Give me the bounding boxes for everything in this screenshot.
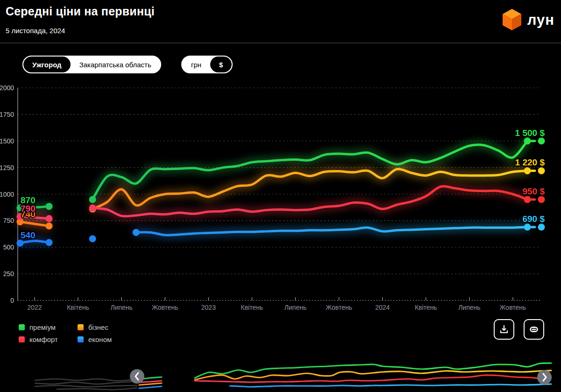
lun-logo: лун [501, 7, 554, 32]
grid: 0250500750100012501500175020002022Квітен… [0, 84, 541, 311]
legend-label: комфорт [29, 335, 58, 343]
header-divider [0, 43, 561, 43]
premium-swatch-icon [19, 324, 25, 330]
location-toggle: Ужгород Закарпатська область [22, 56, 161, 73]
svg-text:Липень: Липень [284, 304, 306, 311]
legend-item-ekonom: економ [78, 333, 112, 345]
svg-text:750: 750 [3, 217, 14, 224]
legend-item-komfort: комфорт [19, 333, 58, 345]
svg-text:1250: 1250 [0, 164, 14, 171]
series-ekonom [17, 224, 545, 247]
link-icon [527, 323, 540, 336]
svg-text:Липень: Липень [110, 304, 132, 311]
svg-text:0: 0 [10, 297, 14, 304]
chevron-left-icon [130, 369, 144, 384]
svg-text:1750: 1750 [0, 111, 14, 118]
end-value-komfort: 950 $ [522, 186, 545, 196]
chevron-right-icon [537, 370, 552, 385]
currency-option-uah[interactable]: грн [182, 57, 210, 72]
svg-text:1000: 1000 [0, 191, 14, 198]
ekonom-swatch-icon [78, 336, 84, 342]
end-value-ekonom: 690 $ [522, 214, 545, 224]
page-title: Середні ціни на первинці [6, 5, 155, 18]
legend-item-premium: преміум [19, 321, 58, 333]
svg-text:1500: 1500 [0, 137, 14, 145]
end-value-biznes: 1 220 $ [515, 157, 545, 167]
svg-text:Квітень: Квітень [415, 304, 437, 311]
svg-text:Жовтень: Жовтень [500, 304, 526, 311]
svg-text:Квітень: Квітень [241, 304, 263, 311]
current-point-ekonom [538, 224, 545, 231]
start-value-premium: 870 [21, 195, 36, 205]
logo-text: лун [527, 13, 554, 27]
location-option-region[interactable]: Закарпатська область [71, 57, 160, 72]
lun-cube-icon [501, 7, 523, 32]
legend-label: преміум [29, 323, 56, 331]
legend-item-biznes: бізнес [78, 321, 112, 333]
carousel-next-button[interactable] [537, 370, 552, 385]
start-value-ekonom: 540 [21, 230, 36, 240]
svg-text:2000: 2000 [0, 84, 14, 92]
svg-text:250: 250 [3, 270, 14, 278]
legend-label: бізнес [88, 323, 108, 331]
start-value-komfort: 790 [21, 204, 36, 214]
download-button[interactable] [494, 319, 514, 340]
currency-option-usd[interactable]: $ [210, 57, 232, 72]
legend-label: економ [88, 335, 112, 343]
carousel-previews [35, 363, 551, 390]
svg-text:Квітень: Квітень [67, 304, 89, 311]
komfort-swatch-icon [19, 336, 25, 342]
svg-text:Липень: Липень [458, 304, 480, 311]
current-point-komfort [538, 196, 545, 203]
download-icon [498, 324, 510, 335]
carousel-prev-button[interactable] [130, 369, 144, 384]
copy-link-button[interactable] [524, 319, 544, 340]
legend: преміум комфорт бізнес економ [19, 321, 112, 345]
current-point-premium [538, 137, 545, 144]
end-value-premium: 1 500 $ [515, 128, 545, 138]
page-date: 5 листопада, 2024 [6, 27, 65, 35]
svg-text:Жовтень: Жовтень [326, 304, 352, 311]
svg-text:2023: 2023 [201, 304, 216, 311]
current-point-biznes [538, 167, 545, 174]
location-option-city[interactable]: Ужгород [23, 57, 71, 72]
data-point-ekonom [89, 235, 96, 242]
svg-text:2024: 2024 [375, 304, 390, 311]
biznes-swatch-icon [78, 324, 84, 330]
currency-toggle: грн $ [181, 56, 233, 73]
svg-text:2022: 2022 [27, 304, 42, 311]
svg-text:Жовтень: Жовтень [152, 304, 178, 311]
svg-text:500: 500 [3, 243, 14, 251]
